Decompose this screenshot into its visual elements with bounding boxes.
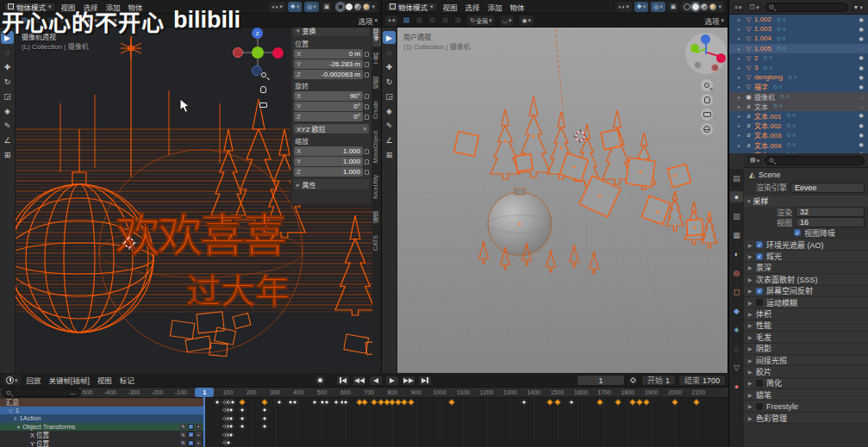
outliner-row[interactable]: ▸ a 文本.001 ◇▿ ◉ — [729, 111, 868, 121]
visibility-eye-icon[interactable]: ◡ — [857, 102, 865, 109]
tool-rotate-icon[interactable]: ↻ — [383, 75, 396, 88]
play-reverse-button[interactable] — [369, 376, 383, 386]
next-keyframe-button[interactable] — [402, 376, 415, 386]
properties-tab-render[interactable]: ● — [730, 191, 743, 202]
shading-solid-icon[interactable] — [692, 3, 699, 10]
section-胶片[interactable]: ▶胶片 — [744, 366, 868, 377]
axis-x-ball[interactable] — [716, 53, 726, 63]
outliner-row[interactable]: ▸ a 文本.002 ◇▿ ◉ — [729, 121, 868, 130]
section-间接光照[interactable]: ▶间接光照 — [744, 355, 868, 366]
tool-move-icon[interactable]: ✚ — [1, 60, 14, 73]
menu-item[interactable]: 添加 — [488, 2, 503, 12]
gizmos-toggle[interactable]: ✥▾ — [288, 2, 302, 12]
keyframe[interactable] — [239, 423, 245, 429]
scale-y-field[interactable]: Y1.000 — [294, 157, 363, 166]
section-运动模糊[interactable]: ▶运动模糊 — [744, 297, 868, 308]
toggle-4[interactable] — [441, 16, 449, 24]
channel-toggles[interactable]: ✎✓▪ — [180, 431, 202, 438]
lock-icon[interactable] — [365, 149, 369, 154]
pan-hand-icon[interactable] — [701, 94, 713, 106]
frame-end-field[interactable]: 结束1700 — [678, 375, 726, 386]
zoom-icon[interactable] — [701, 79, 713, 91]
expand-icon[interactable]: ▸ — [738, 142, 743, 148]
n-panel-tab-Create[interactable]: Create — [372, 95, 382, 125]
outliner-row[interactable]: ▸ ▽ 1.002 ◇▿ ◉ — [729, 15, 868, 24]
axis-neg-ball2[interactable] — [711, 64, 719, 71]
section-checkbox[interactable] — [756, 380, 763, 387]
expand-icon[interactable]: ▸ — [738, 122, 743, 128]
xray-toggle[interactable]: ▣ — [668, 2, 679, 12]
menu-item[interactable]: 标记 — [120, 375, 134, 385]
tool-select-box-icon[interactable]: ▶ — [383, 31, 396, 44]
keyframe[interactable] — [568, 399, 574, 405]
tool-rotate-icon[interactable]: ↻ — [1, 75, 14, 88]
outliner[interactable]: ≡▾ ◫▾ ▼▾ ▸ ▽ 1.002 ◇▿ ◉ ▸ ▽ 1.003 ◇▿ ◉ ▸… — [729, 0, 868, 153]
menu-item[interactable]: 视图 — [97, 375, 112, 385]
expand-icon[interactable]: ▸ — [738, 65, 743, 71]
expand-icon[interactable]: ▸ — [738, 35, 743, 41]
properties-tab-view-layer[interactable]: ▦ — [730, 229, 743, 240]
jump-to-end-button[interactable] — [418, 376, 432, 386]
keyframe[interactable] — [629, 399, 635, 405]
rotation-x-field[interactable]: X90° — [294, 91, 363, 101]
outliner-row[interactable]: ▸ a 文本.003 ◇▿ ◉ — [729, 130, 868, 140]
menu-item[interactable]: 物体 — [510, 2, 525, 12]
visibility-eye-icon[interactable]: ◉ — [857, 141, 865, 148]
shading-solid-icon[interactable] — [346, 3, 353, 10]
properties-tab-world[interactable]: ◍ — [730, 267, 743, 278]
toggle-3[interactable] — [428, 16, 436, 24]
channel-action[interactable]: ≡ 1Action — [0, 414, 204, 423]
keyframe[interactable] — [292, 399, 298, 405]
toggle-2[interactable] — [415, 16, 423, 24]
tool-transform-icon[interactable]: ◈ — [1, 104, 14, 117]
properties-tab-material[interactable]: ● — [730, 381, 743, 392]
properties-subpanel[interactable]: ▸属性 — [294, 179, 369, 189]
snap-magnet-toggle[interactable]: ◡▾ — [500, 16, 515, 26]
outliner-row[interactable]: ▸ ▽ 1.005 ◇▿ ◡ — [729, 44, 868, 53]
section-蜡笔[interactable]: ▶蜡笔 — [744, 389, 868, 400]
section-Freestyle[interactable]: ▶Freestyle — [744, 400, 868, 412]
properties-tab-object-data[interactable]: ▽ — [730, 362, 743, 373]
axis-z-ball[interactable]: Z — [252, 28, 263, 39]
visibility-eye-icon[interactable]: ◉ — [857, 84, 865, 90]
expand-icon[interactable]: ▸ — [738, 94, 743, 100]
keyframe[interactable] — [671, 399, 678, 405]
properties-search-input[interactable] — [765, 156, 865, 165]
navigation-gizmo[interactable] — [685, 33, 727, 74]
keyframe[interactable] — [323, 399, 329, 405]
outliner-row[interactable]: ▸ ▽ 福字 ◇▿ ◉ — [729, 82, 868, 91]
section-屏幕空间反射[interactable]: ▶✓屏幕空间反射 — [744, 286, 868, 297]
expand-icon[interactable]: ▸ — [738, 16, 743, 22]
tool-cursor-icon[interactable]: ◌ — [1, 46, 14, 59]
menu-item[interactable]: 选择 — [84, 2, 98, 12]
lock-icon[interactable] — [365, 62, 369, 67]
menu-item[interactable]: 添加 — [106, 2, 121, 12]
viewport-left[interactable]: 物体模式 ▾ 视图选择添加物体 ◖◗▾ ✥▾ ◎▾ ▣ ▾ ⌖▾ — [0, 0, 382, 373]
lock-icon[interactable] — [365, 115, 369, 120]
tool-cursor-icon[interactable]: ◌ — [383, 46, 396, 59]
tool-annotate-icon[interactable]: ✎ — [1, 119, 14, 132]
lock-icon[interactable] — [365, 104, 369, 109]
keying-set-icon[interactable] — [628, 375, 639, 386]
section-checkbox[interactable]: ✓ — [756, 241, 763, 248]
channel-toggles[interactable]: ✎✓▪ — [180, 424, 202, 430]
play-button[interactable] — [385, 376, 399, 386]
channel-rows[interactable]: 汇总 ▽ 1 ≡ 1Action ▾ Object Transforms✎✓▪ … — [0, 398, 728, 447]
tool-add-cube-icon[interactable]: ⊞ — [1, 148, 14, 161]
keyframe[interactable] — [596, 399, 603, 405]
outliner-row[interactable]: ▸ ◉ 摄像机 ◇▿ ◡ — [729, 92, 868, 102]
section-毛发[interactable]: ▶毛发 — [744, 332, 868, 343]
tool-measure-icon[interactable]: ∠ — [1, 133, 14, 146]
expand-icon[interactable]: ▸ — [738, 84, 743, 90]
lock-icon[interactable] — [365, 72, 369, 78]
properties-tab-physics[interactable]: ◌ — [730, 343, 743, 354]
zoom-icon[interactable] — [258, 69, 270, 81]
keyframe[interactable] — [214, 399, 220, 405]
outliner-search-input[interactable] — [765, 3, 848, 12]
properties-tab-output[interactable]: ▥ — [730, 210, 743, 221]
channel-fcurve[interactable]: Y 位置✎✓▪ — [0, 439, 204, 447]
properties-tab-tool[interactable]: ▤ — [730, 172, 743, 183]
shading-material-icon[interactable] — [354, 3, 361, 10]
scale-x-field[interactable]: X1.000 — [294, 146, 363, 156]
filter-funnel-icon[interactable]: ▼▾ — [851, 2, 865, 12]
